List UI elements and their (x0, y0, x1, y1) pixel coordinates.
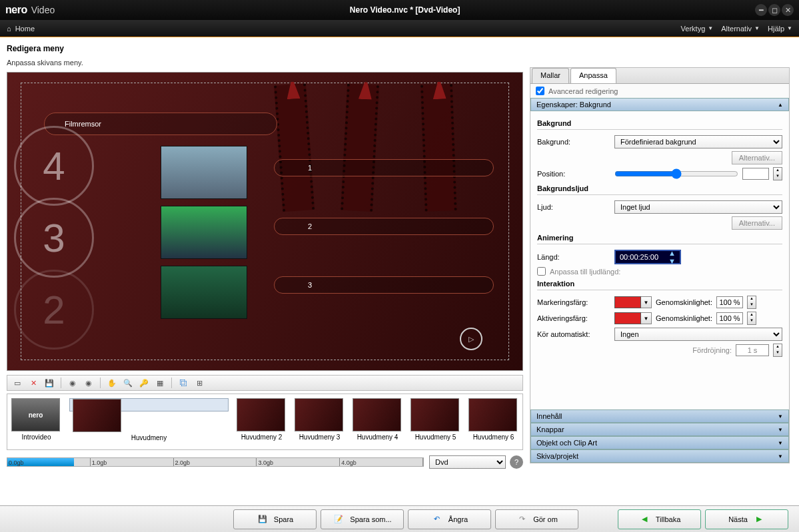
group-icon[interactable]: ⿻ (177, 377, 189, 389)
disk-usage-bar: 0.0gb1.0gb2.0gb3.0gb4.0gb Dvd ? (7, 454, 523, 470)
act-opacity-input[interactable] (716, 312, 743, 324)
hand-icon[interactable]: ✋ (106, 377, 118, 389)
redo-button[interactable]: ↷Gör om (495, 509, 578, 529)
section-buttons[interactable]: Knappar▼ (530, 423, 789, 436)
strip-label: Huvudmeny 5 (410, 433, 460, 441)
menu-link-3[interactable]: 3 (274, 276, 494, 294)
titlebar: nero Video Nero Video.nvc * [Dvd-Video] … (0, 0, 799, 20)
delay-input[interactable] (736, 344, 769, 356)
strip-item[interactable]: neroIntrovideo (11, 398, 61, 445)
menu-thumb-1[interactable] (161, 146, 247, 199)
bottom-toolbar: 💾Spara 📝Spara som... ↶Ångra ↷Gör om ◀Til… (0, 505, 799, 532)
menu-options[interactable]: Alternativ▼ (721, 25, 760, 33)
auto-select[interactable]: Ingen (614, 328, 782, 341)
bg-options-button[interactable]: Alternativ... (732, 151, 782, 164)
delete-icon[interactable]: ✕ (27, 377, 39, 389)
close-button[interactable]: ✕ (782, 4, 794, 16)
fit-audio-label: Anpassa till ljudlängd: (550, 268, 620, 276)
maximize-button[interactable]: ◻ (768, 4, 780, 16)
new-icon[interactable]: ▭ (11, 377, 23, 389)
chevron-down-icon: ▼ (778, 427, 783, 433)
save-button[interactable]: 💾Spara (233, 509, 317, 529)
menu-help[interactable]: Hjälp▼ (768, 25, 792, 33)
strip-thumb (73, 399, 121, 432)
act-color-label: Aktiveringsfärg: (537, 314, 610, 322)
section-clipart[interactable]: Objekt och Clip Art▼ (530, 436, 789, 449)
menu-page-strip: neroIntrovideoHuvudmenyHuvudmeny 2Huvudm… (7, 394, 523, 450)
properties-panel: Mallar Anpassa Avancerad redigering Egen… (530, 67, 790, 463)
help-icon[interactable]: ? (510, 455, 523, 469)
act-opacity-spinner[interactable]: ▲▼ (747, 312, 756, 325)
act-color-dd[interactable]: ▼ (641, 312, 652, 324)
next-button[interactable]: Nästa▶ (705, 509, 788, 529)
fit-audio-checkbox[interactable] (537, 267, 546, 276)
strip-item[interactable]: Huvudmeny 4 (353, 398, 402, 445)
back-icon: ◀ (638, 513, 650, 525)
next-icon[interactable]: ◉ (83, 377, 95, 389)
disc-type-select[interactable]: Dvd (429, 455, 506, 469)
tab-templates[interactable]: Mallar (532, 68, 569, 83)
advanced-editing-checkbox[interactable] (536, 87, 544, 95)
group-animation: Animering (537, 234, 782, 242)
tab-customize[interactable]: Anpassa (570, 68, 616, 83)
section-properties-bg[interactable]: Egenskaper: Bakgrund ▲ (530, 98, 789, 111)
strip-label: Huvudmeny 6 (468, 433, 518, 441)
saveas-button[interactable]: 📝Spara som... (321, 509, 404, 529)
menu-tools[interactable]: Verktyg▼ (681, 25, 714, 33)
menu-link-2[interactable]: 2 (274, 218, 494, 235)
disk-tick: 0.0gb (7, 458, 91, 466)
position-slider[interactable] (614, 168, 738, 179)
strip-label: Huvudmeny 2 (237, 433, 287, 441)
window-title: Nero Video.nvc * [Dvd-Video] (55, 5, 755, 15)
strip-thumb: nero (11, 398, 60, 431)
chevron-down-icon: ▼ (708, 25, 713, 31)
length-input[interactable]: 00:00:25:00 ▲▼ (614, 250, 681, 264)
strip-label: Huvudmeny 4 (353, 433, 402, 441)
zoom-in-icon[interactable]: 🔍 (122, 377, 134, 389)
sel-color-swatch[interactable] (614, 296, 641, 308)
chevron-down-icon: ▼ (754, 25, 760, 31)
sound-options-button[interactable]: Alternativ... (732, 216, 782, 230)
menu-thumb-2[interactable] (161, 206, 247, 259)
opacity1-label: Genomskinlighet: (656, 298, 712, 306)
preview-toolbar: ▭ ✕ 💾 ◉ ◉ ✋ 🔍 🔑 ▦ ⿻ ⊞ (7, 375, 523, 391)
zoom-out-icon[interactable]: 🔑 (138, 377, 150, 389)
sound-select[interactable]: Inget ljud (614, 200, 782, 214)
length-label: Längd: (537, 253, 610, 261)
sel-opacity-spinner[interactable]: ▲▼ (747, 296, 756, 309)
prev-icon[interactable]: ◉ (67, 377, 79, 389)
menu-link-1[interactable]: 1 (274, 159, 494, 176)
menu-preview[interactable]: Filmremsor 4 3 2 1 2 3 ▷ (7, 72, 523, 371)
menu-thumb-3[interactable] (161, 266, 247, 319)
home-button[interactable]: ⌂ Home (7, 25, 35, 33)
back-button[interactable]: ◀Tillbaka (618, 509, 701, 529)
strip-item[interactable]: Huvudmeny 6 (468, 398, 518, 445)
section-disc[interactable]: Skiva/projekt▼ (530, 449, 789, 463)
strip-thumb (237, 398, 285, 431)
position-value[interactable] (742, 168, 769, 180)
undo-button[interactable]: ↶Ångra (408, 509, 491, 529)
page-subtitle: Anpassa skivans meny. (7, 59, 523, 67)
align-icon[interactable]: ⊞ (193, 377, 205, 389)
position-spinner[interactable]: ▲▼ (773, 167, 782, 180)
strip-item[interactable]: Huvudmeny 2 (237, 398, 287, 445)
strip-item[interactable]: Huvudmeny 3 (295, 398, 345, 445)
brand-logo: nero (5, 4, 27, 16)
minimize-button[interactable]: ━ (755, 4, 767, 16)
redo-icon: ↷ (516, 513, 528, 525)
delay-spinner[interactable]: ▲▼ (773, 344, 782, 357)
sel-color-dd[interactable]: ▼ (641, 296, 652, 308)
group-background: Bakgrund (537, 119, 782, 127)
act-color-swatch[interactable] (614, 312, 641, 324)
strip-item[interactable]: Huvudmeny 5 (410, 398, 460, 445)
strip-label: Huvudmeny (73, 434, 225, 441)
sel-color-label: Markeringsfärg: (537, 298, 610, 306)
sel-opacity-input[interactable] (716, 296, 743, 308)
play-button[interactable]: ▷ (460, 328, 482, 350)
strip-item[interactable]: Huvudmeny (69, 398, 229, 411)
bg-select[interactable]: Fördefinierad bakgrund (614, 135, 782, 148)
menu-thumbnails (161, 146, 261, 326)
save-icon[interactable]: 💾 (43, 377, 55, 389)
section-content[interactable]: Innehåll▼ (530, 409, 789, 423)
grid-icon[interactable]: ▦ (154, 377, 166, 389)
